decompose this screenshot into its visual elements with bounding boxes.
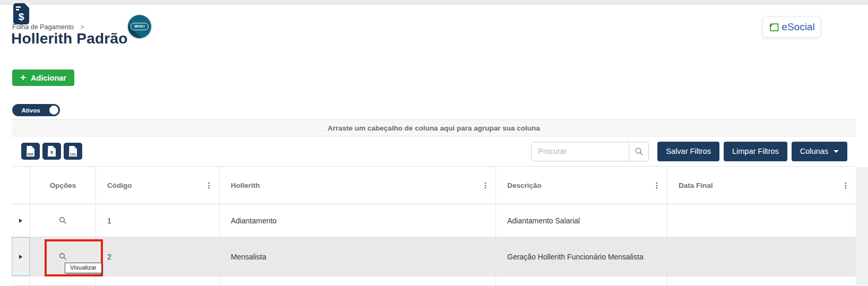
header-expand-column: [12, 167, 30, 204]
search-icon: [635, 147, 644, 156]
breadcrumb-label[interactable]: Folha de Pagamento: [12, 23, 74, 31]
export-csv-button[interactable]: CSV: [64, 143, 82, 160]
svg-text:$: $: [19, 11, 24, 22]
data-grid: Arraste um cabeçalho de coluna aqui para…: [12, 119, 856, 286]
header-options[interactable]: Opções: [30, 167, 96, 204]
header-codigo[interactable]: Código ⋮: [96, 167, 220, 204]
cell-descricao: Geração Hollerith Funcionário Mensalista: [496, 237, 667, 276]
header-descricao[interactable]: Descrição ⋮: [496, 167, 667, 204]
expand-row-icon[interactable]: [19, 255, 22, 259]
magnifier-icon: [59, 216, 67, 224]
active-toggle-label: Ativos: [12, 107, 49, 114]
options-cell: [30, 204, 96, 237]
cell-hollerith: Adiantamento: [220, 204, 496, 237]
add-button-label: Adicionar: [31, 74, 66, 82]
export-buttons: PDF X CSV: [21, 143, 82, 160]
table-header-row: Opções Código ⋮ Hollerith ⋮ Descrição ⋮ …: [12, 167, 856, 204]
cell-data-final: [667, 276, 856, 285]
expand-cell[interactable]: [12, 204, 30, 237]
breadcrumb[interactable]: Folha de Pagamento >: [12, 23, 84, 31]
active-filter-toggle[interactable]: Ativos: [12, 104, 60, 116]
svg-text:X: X: [50, 150, 53, 155]
expand-cell: [12, 276, 30, 285]
header-hollerith[interactable]: Hollerith ⋮: [220, 167, 496, 204]
table-row: [12, 276, 856, 286]
clear-filters-button[interactable]: Limpar Filtros: [724, 142, 787, 161]
breadcrumb-separator-icon: >: [81, 23, 84, 31]
tooltip-visualizar: Visualizar: [65, 263, 102, 273]
column-menu-icon[interactable]: ⋮: [842, 181, 849, 189]
csv-file-icon: CSV: [68, 145, 78, 157]
search-input[interactable]: [532, 142, 629, 161]
view-record-button[interactable]: [59, 216, 67, 224]
export-pdf-button[interactable]: PDF: [21, 143, 40, 160]
column-menu-icon[interactable]: ⋮: [205, 181, 213, 189]
svg-text:PDF: PDF: [28, 153, 34, 156]
search-box: [531, 142, 649, 161]
cell-hollerith: Mensalista: [220, 237, 496, 276]
scrollbar-track[interactable]: [856, 167, 868, 286]
esocial-icon: [768, 21, 780, 33]
cell-codigo: 2: [96, 237, 220, 276]
export-excel-button[interactable]: X: [42, 143, 61, 160]
cell-hollerith: [220, 276, 496, 285]
column-menu-icon[interactable]: ⋮: [482, 181, 489, 189]
column-menu-icon[interactable]: ⋮: [653, 181, 661, 189]
expand-row-icon[interactable]: [19, 219, 22, 223]
columns-dropdown-button[interactable]: Colunas: [792, 142, 847, 161]
cell-data-final: [667, 204, 856, 237]
options-cell: [30, 276, 96, 285]
search-button[interactable]: [629, 142, 648, 161]
svg-text:CSV: CSV: [70, 153, 76, 156]
table-row-selected: 2 Mensalista Geração Hollerith Funcionár…: [12, 237, 856, 276]
save-filters-label: Salvar Filtros: [666, 147, 711, 155]
grid-toolbar: PDF X CSV: [12, 136, 856, 167]
columns-label: Colunas: [800, 147, 828, 155]
table-row: 1 Adiantamento Adiantamento Salarial: [12, 204, 856, 237]
cell-data-final: [667, 237, 856, 276]
wiki-badge-label: WIKI: [131, 23, 149, 30]
excel-file-icon: X: [47, 145, 57, 157]
view-record-button[interactable]: [59, 253, 67, 261]
magnifier-icon: [59, 253, 67, 261]
page-title: Hollerith Padrão: [11, 30, 127, 47]
esocial-label: eSocial: [782, 21, 814, 33]
expand-cell-focused[interactable]: [12, 237, 30, 276]
add-button[interactable]: + Adicionar: [12, 70, 74, 86]
header-data-final[interactable]: Data Final ⋮: [667, 167, 856, 204]
plus-icon: +: [20, 72, 26, 82]
group-hint-label: Arraste um cabeçalho de coluna aqui para…: [328, 124, 540, 132]
esocial-button[interactable]: eSocial: [762, 16, 821, 38]
chevron-down-icon: [834, 150, 839, 153]
toggle-knob[interactable]: [49, 106, 58, 115]
pdf-file-icon: PDF: [25, 145, 36, 157]
save-filters-button[interactable]: Salvar Filtros: [657, 142, 719, 161]
top-strip: [0, 0, 868, 5]
cell-descricao: Adiantamento Salarial: [496, 204, 667, 237]
cell-descricao: [496, 276, 667, 285]
clear-filters-label: Limpar Filtros: [732, 147, 779, 155]
cell-codigo: 1: [96, 204, 220, 237]
group-by-drop-zone[interactable]: Arraste um cabeçalho de coluna aqui para…: [12, 119, 856, 136]
cell-codigo: [96, 276, 220, 285]
wiki-badge[interactable]: WIKI: [128, 15, 151, 38]
